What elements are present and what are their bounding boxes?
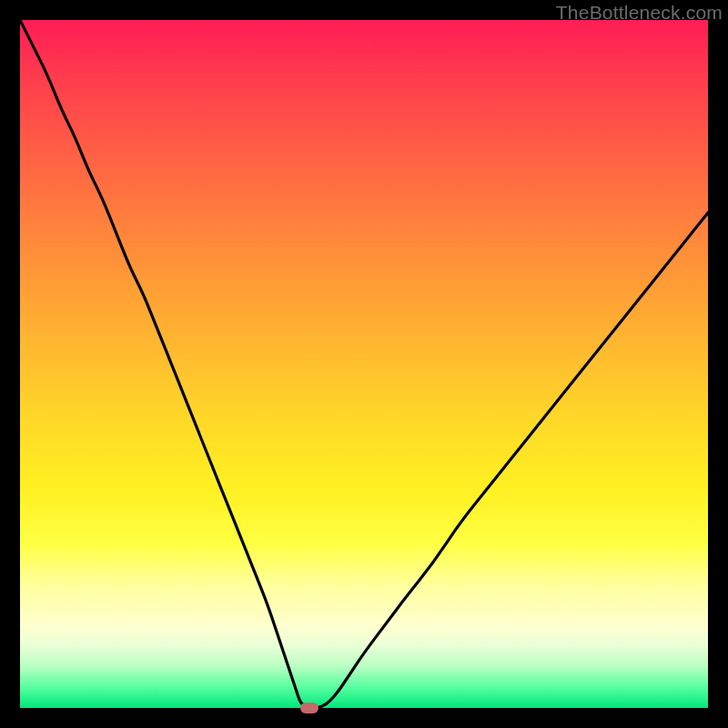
watermark-text: TheBottleneck.com [556, 2, 723, 24]
optimal-point-marker [300, 703, 318, 713]
bottleneck-curve [20, 20, 708, 708]
chart-frame: TheBottleneck.com [0, 0, 728, 728]
plot-area [20, 20, 708, 708]
curve-svg [20, 20, 708, 708]
